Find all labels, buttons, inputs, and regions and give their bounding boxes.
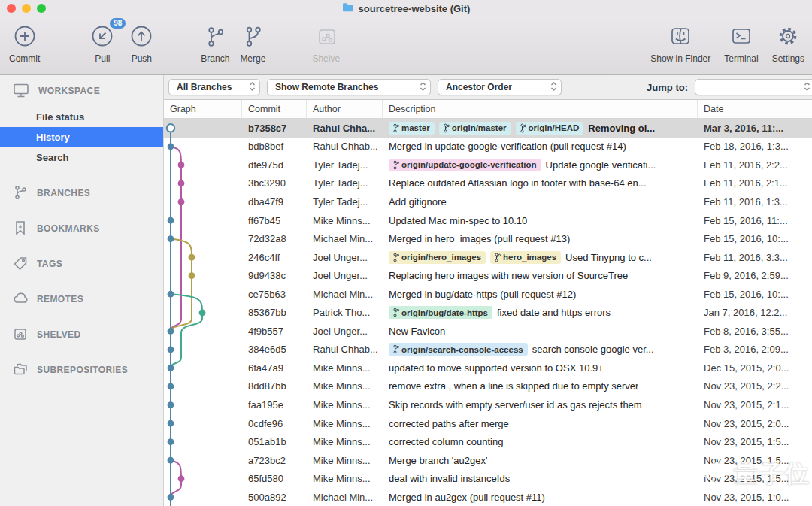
commit-author: Michael Min... (307, 492, 383, 503)
graph-cell (164, 432, 242, 451)
sidebar-section-workspace[interactable]: WORKSPACE (0, 81, 163, 101)
commit-description: corrected column counting (383, 436, 698, 447)
commit-message: Merged in bug/date-https (pull request #… (389, 289, 576, 300)
commit-row[interactable]: 65fd580Mike Minns...deal with invalid in… (164, 469, 812, 488)
commit-date: Nov 23, 2015, 1:5... (698, 455, 812, 466)
commit-hash: ff67b45 (242, 215, 307, 226)
commit-date: Feb 9, 2016, 2:59... (698, 270, 812, 281)
commit-description: Updated Mac min-spec to 10.10 (383, 215, 698, 226)
branch-button[interactable]: Branch (201, 20, 229, 64)
commit-row[interactable]: 3bc3290Tyler Tadej...Replace outdated At… (164, 174, 812, 193)
graph-cell (164, 211, 242, 230)
sidebar-section-tags[interactable]: TAGS (0, 254, 163, 274)
close-button[interactable] (7, 4, 16, 13)
commit-author: Tyler Tadej... (307, 177, 383, 189)
settings-button[interactable]: Settings (772, 20, 804, 64)
commit-author: Rahul Chha... (307, 123, 383, 134)
commit-row[interactable]: dba47f9Tyler Tadej...Add gitignoreFeb 11… (164, 192, 812, 211)
show-in-finder-button[interactable]: Show in Finder (650, 20, 710, 64)
minimize-button[interactable] (22, 4, 31, 13)
folder-icon (342, 2, 354, 14)
branch-badge-label: hero_images (503, 253, 556, 262)
commit-description: masterorigin/masterorigin/HEADRemoving o… (383, 122, 698, 135)
commit-row[interactable]: 8dd87bbMike Minns...remove extra , when … (164, 377, 812, 396)
commit-row[interactable]: 384e6d5Rahul Chhab...origin/search-conso… (164, 341, 812, 359)
commit-row[interactable]: dfe975dTyler Tadej...origin/update-googl… (164, 156, 812, 174)
commit-row[interactable]: 0cdfe96Mike Minns...corrected paths afte… (164, 414, 812, 433)
merge-button[interactable]: Merge (240, 20, 265, 64)
commit-hash: 72d32a8 (242, 233, 307, 244)
graph-cell (164, 414, 242, 433)
shelve-button: Shelve (312, 20, 340, 64)
commit-row[interactable]: 85367bbPatrick Tho...origin/bug/date-htt… (164, 303, 812, 322)
commit-row[interactable]: a723bc2Mike Minns...Merge branch 'au2gex… (164, 451, 812, 470)
commit-message: Skip records with empty server/user id a… (389, 399, 642, 411)
window-title: sourcetree-website (Git) (0, 2, 812, 14)
sidebar-section-subrepositories[interactable]: SUBREPOSITORIES (0, 360, 163, 380)
commit-button[interactable]: Commit (9, 20, 40, 64)
commit-message: corrected paths after merge (389, 418, 509, 429)
graph-cell (164, 322, 242, 341)
commit-row[interactable]: ce75b63Michael Min...Merged in bug/date-… (164, 285, 812, 304)
commit-author: Mike Minns... (307, 380, 383, 392)
commit-hash: 4f9b557 (242, 326, 307, 337)
commit-message: Merged in update-google-verification (pu… (389, 141, 626, 152)
commit-row[interactable]: ff67b45Mike Minns...Updated Mac min-spec… (164, 211, 812, 230)
branch-badge-label: origin/hero_images (401, 253, 481, 262)
push-button[interactable]: Push (129, 20, 154, 64)
sidebar-item-search[interactable]: Search (0, 147, 163, 168)
commit-date: Nov 23, 2015, 1:0... (698, 492, 812, 503)
push-icon (129, 20, 154, 53)
commit-row[interactable]: 72d32a8Michael Min...Merged in hero_imag… (164, 229, 812, 248)
stepper-icon (248, 80, 256, 95)
pull-button[interactable]: 98 Pull (89, 20, 115, 64)
commit-row[interactable]: faa195eMike Minns...Skip records with em… (164, 395, 812, 414)
commit-row[interactable]: 6fa47a9Mike Minns...updated to move supp… (164, 359, 812, 377)
commit-message: deal with invalid instanceIds (389, 473, 510, 484)
column-header-description[interactable]: Description (383, 100, 698, 118)
commit-row[interactable]: 4f9b557Joel Unger...New FaviconFeb 8, 20… (164, 322, 812, 341)
terminal-button[interactable]: Terminal (724, 20, 758, 64)
commit-row[interactable]: 500a892Michael Min...Merged in au2gex (p… (164, 488, 812, 506)
commit-hash: 85367bb (242, 307, 307, 318)
branch-badge-label: origin/HEAD (529, 123, 580, 132)
column-header-graph[interactable]: Graph (164, 100, 242, 118)
sidebar-item-file-status[interactable]: File status (0, 107, 163, 127)
sidebar-item-history[interactable]: History (0, 127, 163, 147)
sort-order-dropdown[interactable]: Ancestor Order (438, 79, 562, 95)
shelved-icon (12, 326, 29, 344)
commit-message: search console google ver... (532, 344, 654, 355)
sidebar-section-branches[interactable]: BRANCHES (0, 183, 163, 203)
sidebar-section-bookmarks[interactable]: BOOKMARKS (0, 219, 163, 238)
commit-message: Merged in au2gex (pull request #11) (389, 492, 545, 503)
sidebar-section-remotes[interactable]: REMOTES (0, 289, 163, 309)
shelve-icon (314, 20, 339, 53)
sidebar-section-shelved[interactable]: SHELVED (0, 325, 163, 344)
column-header-commit[interactable]: Commit (242, 100, 307, 118)
commit-row[interactable]: 9d9438cJoel Unger...Replacing hero image… (164, 266, 812, 285)
branch-filter-dropdown[interactable]: All Branches (168, 79, 260, 95)
history-pane: All Branches Show Remote Branches (164, 75, 812, 506)
commit-hash: a723bc2 (242, 455, 307, 466)
commit-description: Merged in bug/date-https (pull request #… (383, 289, 698, 300)
commit-hash: 500a892 (242, 492, 307, 503)
commit-row[interactable]: b7358c7Rahul Chha...masterorigin/mastero… (164, 119, 812, 138)
commit-row[interactable]: 246c4ffJoel Unger...origin/hero_imageshe… (164, 248, 812, 267)
remote-branches-dropdown[interactable]: Show Remote Branches (267, 79, 431, 95)
column-header-date[interactable]: Date (698, 100, 812, 118)
commit-date: Feb 15, 2016, 10:... (698, 289, 812, 300)
graph-cell (164, 469, 242, 488)
commit-description: Replace outdated Atlassian logo in foote… (383, 177, 698, 189)
commit-date: Feb 8, 2016, 3:55... (698, 326, 812, 337)
commit-date: Nov 23, 2015, 2:0... (698, 418, 812, 429)
branch-badge: origin/bug/date-https (389, 306, 492, 319)
branch-badge: origin/master (439, 122, 511, 135)
commit-row[interactable]: bdb8befRahul Chhab...Merged in update-go… (164, 138, 812, 156)
commit-author: Michael Min... (307, 233, 383, 244)
zoom-button[interactable] (37, 4, 46, 13)
jump-to-combo[interactable] (695, 79, 812, 95)
column-header-author[interactable]: Author (307, 100, 383, 118)
commit-row[interactable]: 051ab1bMike Minns...corrected column cou… (164, 432, 812, 451)
commit-date: Feb 11, 2016, 3:3... (698, 252, 812, 263)
commit-date: Mar 3, 2016, 11:... (698, 123, 812, 134)
